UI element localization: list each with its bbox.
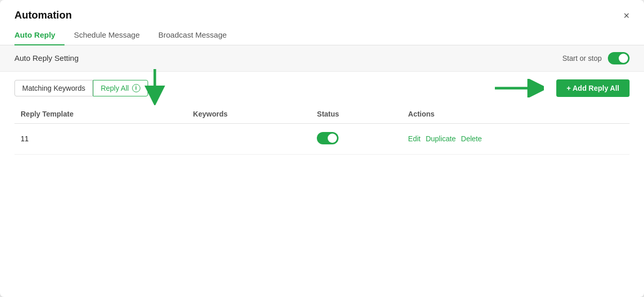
setting-bar: Auto Reply Setting Start or stop	[0, 45, 644, 72]
table-header-row: Reply Template Keywords Status Actions	[14, 105, 630, 124]
reply-all-button[interactable]: Reply All i	[93, 80, 148, 96]
filter-right: + Add Reply All	[492, 79, 630, 97]
close-icon[interactable]: ×	[623, 10, 630, 21]
col-status: Status	[311, 105, 401, 124]
cell-keywords	[187, 123, 311, 154]
info-icon: i	[132, 84, 140, 92]
delete-link[interactable]: Delete	[461, 135, 481, 143]
toggle-slider	[608, 52, 630, 64]
duplicate-link[interactable]: Duplicate	[426, 135, 456, 143]
filter-row-wrapper: Matching Keywords Reply All i + Add Re	[0, 72, 644, 105]
filter-row: Matching Keywords Reply All i + Add Re	[0, 72, 644, 105]
start-stop-toggle[interactable]	[608, 52, 630, 64]
tab-schedule-message[interactable]: Schedule Message	[74, 25, 149, 45]
setting-bar-label: Auto Reply Setting	[14, 54, 78, 62]
cell-status	[311, 123, 401, 154]
col-actions: Actions	[402, 105, 630, 124]
tabs: Auto Reply Schedule Message Broadcast Me…	[0, 25, 644, 45]
tab-auto-reply[interactable]: Auto Reply	[14, 25, 65, 45]
col-reply-template: Reply Template	[14, 105, 187, 124]
filter-left: Matching Keywords Reply All i	[14, 80, 148, 96]
col-keywords: Keywords	[187, 105, 311, 124]
matching-keywords-button[interactable]: Matching Keywords	[14, 80, 93, 96]
edit-link[interactable]: Edit	[408, 135, 421, 143]
cell-actions: Edit Duplicate Delete	[402, 123, 630, 154]
table-area: Reply Template Keywords Status Actions 1…	[0, 105, 644, 298]
cell-reply-template: 11	[14, 123, 187, 154]
tab-broadcast-message[interactable]: Broadcast Message	[158, 25, 236, 45]
arrow-right-icon	[492, 79, 544, 97]
action-links: Edit Duplicate Delete	[408, 135, 623, 143]
start-stop-label: Start or stop	[562, 54, 602, 62]
add-reply-all-button[interactable]: + Add Reply All	[556, 79, 630, 97]
modal: Automation × Auto Reply Schedule Message…	[0, 0, 644, 297]
setting-bar-right: Start or stop	[562, 52, 630, 64]
modal-title: Automation	[14, 9, 72, 21]
modal-header: Automation ×	[0, 0, 644, 21]
reply-table: Reply Template Keywords Status Actions 1…	[14, 105, 630, 155]
table-row: 11 Edit Duplicate Delete	[14, 123, 630, 154]
toggle-small-slider	[317, 132, 339, 144]
row-status-toggle[interactable]	[317, 132, 339, 144]
